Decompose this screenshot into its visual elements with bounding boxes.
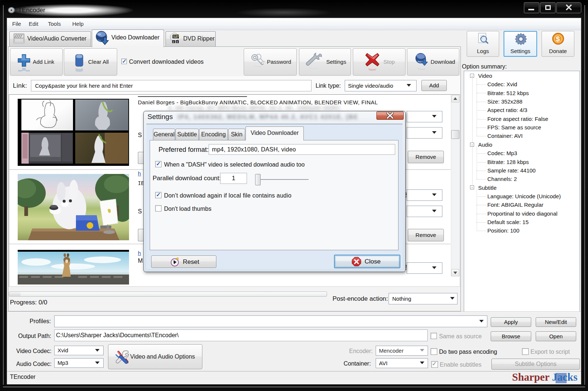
svg-text:$: $ — [556, 35, 560, 43]
svg-text:4: 4 — [177, 41, 178, 43]
svg-text:2: 2 — [173, 41, 174, 43]
